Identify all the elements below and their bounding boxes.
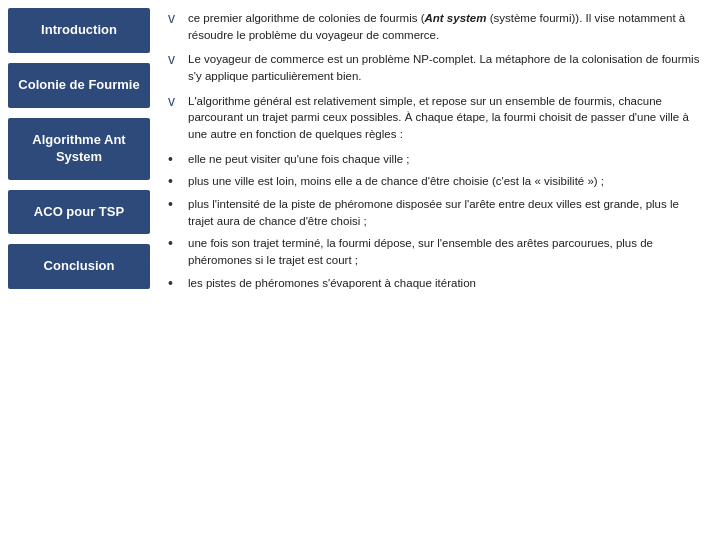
sidebar-item-label: ACO pour TSP (34, 204, 124, 219)
sidebar-item-conclusion[interactable]: Conclusion (8, 244, 150, 289)
dot-item-1: • elle ne peut visiter qu'une fois chaqu… (168, 151, 706, 168)
dot-text-1: elle ne peut visiter qu'une fois chaque … (188, 151, 409, 168)
dot-text-3: plus l'intensité de la piste de phéromon… (188, 196, 706, 229)
bullet-item-1: v ce premier algorithme de colonies de f… (168, 10, 706, 43)
dot-marker-3: • (168, 196, 182, 212)
dot-item-3: • plus l'intensité de la piste de phérom… (168, 196, 706, 229)
sidebar-item-algorithme[interactable]: Algorithme Ant System (8, 118, 150, 180)
bullet-item-2: v Le voyageur de commerce est un problèm… (168, 51, 706, 84)
dot-marker-5: • (168, 275, 182, 291)
bullet-text-1: ce premier algorithme de colonies de fou… (188, 10, 706, 43)
bullet-text-2: Le voyageur de commerce est un problème … (188, 51, 706, 84)
sidebar-item-aco[interactable]: ACO pour TSP (8, 190, 150, 235)
dot-text-5: les pistes de phéromones s'évaporent à c… (188, 275, 476, 292)
dot-item-2: • plus une ville est loin, moins elle a … (168, 173, 706, 190)
main-content: v ce premier algorithme de colonies de f… (158, 0, 720, 540)
sidebar-item-label: Introduction (41, 22, 117, 37)
bullet-marker-2: v (168, 51, 182, 67)
sidebar-item-label: Algorithme Ant System (32, 132, 125, 164)
sidebar-item-colonie[interactable]: Colonie de Fourmie (8, 63, 150, 108)
dot-marker-4: • (168, 235, 182, 251)
dot-text-4: une fois son trajet terminé, la fourmi d… (188, 235, 706, 268)
bullet-text-3: L'algorithme général est relativement si… (188, 93, 706, 143)
dot-text-2: plus une ville est loin, moins elle a de… (188, 173, 604, 190)
sidebar-item-introduction[interactable]: Introduction (8, 8, 150, 53)
dot-marker-1: • (168, 151, 182, 167)
bullet-marker-3: v (168, 93, 182, 109)
sidebar: Introduction Colonie de Fourmie Algorith… (0, 0, 158, 540)
bullet-marker-1: v (168, 10, 182, 26)
dot-item-5: • les pistes de phéromones s'évaporent à… (168, 275, 706, 292)
dot-marker-2: • (168, 173, 182, 189)
sidebar-item-label: Conclusion (44, 258, 115, 273)
sidebar-item-label: Colonie de Fourmie (18, 77, 139, 92)
bullet-item-3: v L'algorithme général est relativement … (168, 93, 706, 143)
dot-item-4: • une fois son trajet terminé, la fourmi… (168, 235, 706, 268)
